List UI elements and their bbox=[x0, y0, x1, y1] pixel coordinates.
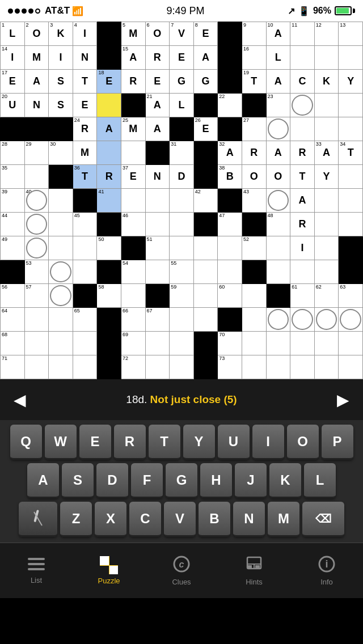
cell-4-3[interactable]: S bbox=[49, 94, 73, 117]
key-a[interactable]: A bbox=[27, 463, 59, 498]
cell-3-7[interactable]: E bbox=[145, 70, 170, 94]
cell-12-5[interactable]: 58 bbox=[97, 284, 121, 308]
cell-5-9[interactable]: 26E bbox=[193, 117, 218, 141]
key-n[interactable]: N bbox=[233, 502, 265, 537]
cell-7-6[interactable]: 37E bbox=[121, 165, 145, 189]
cell-4-13[interactable] bbox=[290, 94, 315, 117]
cell-8-13[interactable]: A bbox=[290, 189, 315, 213]
cell-3-1[interactable]: 17E bbox=[1, 70, 25, 94]
key-k[interactable]: K bbox=[269, 463, 301, 498]
cell-2-15[interactable] bbox=[339, 46, 363, 70]
prev-clue-button[interactable]: ◀ bbox=[6, 391, 34, 409]
cell-1-15[interactable]: 13 bbox=[339, 22, 363, 46]
cell-12-13[interactable]: 61 bbox=[290, 284, 315, 308]
cell-3-15[interactable]: Y bbox=[339, 70, 363, 94]
cell-6-13[interactable]: R bbox=[290, 141, 315, 165]
cell-6-6[interactable] bbox=[121, 141, 145, 165]
tab-list[interactable]: List bbox=[0, 557, 73, 584]
cell-15-13[interactable] bbox=[290, 355, 315, 379]
cell-4-2[interactable]: N bbox=[24, 94, 49, 117]
cell-7-13[interactable]: T bbox=[290, 165, 315, 189]
cell-4-14[interactable] bbox=[314, 94, 339, 117]
cell-2-9[interactable]: A bbox=[193, 46, 218, 70]
cell-1-7[interactable]: 6O bbox=[145, 22, 170, 46]
cell-13-9[interactable] bbox=[193, 308, 218, 332]
cell-3-8[interactable]: G bbox=[170, 70, 194, 94]
tab-info[interactable]: i Info bbox=[290, 555, 363, 586]
crossword-table[interactable]: 1L 2O 3K 4I 5M 6O 7V 8E 9 10A 11 12 13 1… bbox=[0, 22, 363, 379]
cell-15-2[interactable] bbox=[24, 355, 49, 379]
cell-6-11[interactable]: R bbox=[242, 141, 266, 165]
cell-9-3[interactable] bbox=[49, 213, 73, 236]
cell-13-4[interactable]: 65 bbox=[73, 308, 97, 332]
cell-8-6[interactable] bbox=[121, 189, 145, 213]
cell-14-1[interactable]: 68 bbox=[1, 332, 25, 355]
cell-2-1[interactable]: 14I bbox=[1, 46, 25, 70]
cell-5-4[interactable]: 24R bbox=[73, 117, 97, 141]
cell-15-11[interactable] bbox=[242, 355, 266, 379]
cell-15-8[interactable] bbox=[170, 355, 194, 379]
cell-8-14[interactable] bbox=[314, 189, 339, 213]
cell-2-11[interactable]: 16 bbox=[242, 46, 266, 70]
cell-3-5[interactable]: 18E bbox=[97, 70, 121, 94]
key-x[interactable]: X bbox=[95, 502, 126, 537]
cell-14-10[interactable]: 70 bbox=[218, 332, 242, 355]
cell-11-6[interactable]: 54 bbox=[121, 260, 145, 284]
cell-10-14[interactable] bbox=[314, 236, 339, 260]
cell-8-3[interactable] bbox=[49, 189, 73, 213]
cell-11-12[interactable] bbox=[266, 260, 290, 284]
cell-15-1[interactable]: 71 bbox=[1, 355, 25, 379]
pencil-key[interactable] bbox=[19, 502, 57, 537]
key-j[interactable]: J bbox=[235, 463, 267, 498]
cell-10-11[interactable]: 52 bbox=[242, 236, 266, 260]
cell-3-11[interactable]: 19T bbox=[242, 70, 266, 94]
cell-6-2[interactable]: 29 bbox=[24, 141, 49, 165]
cell-14-4[interactable] bbox=[73, 332, 97, 355]
backspace-key[interactable]: ⌫ bbox=[302, 502, 344, 537]
cell-14-6[interactable]: 69 bbox=[121, 332, 145, 355]
cell-1-8[interactable]: 7V bbox=[170, 22, 194, 46]
cell-5-11[interactable]: 27 bbox=[242, 117, 266, 141]
cell-8-1[interactable]: 39 bbox=[1, 189, 25, 213]
cell-15-6[interactable]: 72 bbox=[121, 355, 145, 379]
cell-13-8[interactable] bbox=[170, 308, 194, 332]
cell-9-14[interactable] bbox=[314, 213, 339, 236]
cell-3-9[interactable]: G bbox=[193, 70, 218, 94]
tab-puzzle[interactable]: Puzzle bbox=[73, 556, 145, 585]
cell-2-7[interactable]: R bbox=[145, 46, 170, 70]
cell-5-13[interactable] bbox=[290, 117, 315, 141]
cell-13-11[interactable] bbox=[242, 308, 266, 332]
cell-11-7[interactable] bbox=[145, 260, 170, 284]
cell-5-6[interactable]: 25M bbox=[121, 117, 145, 141]
cell-4-1[interactable]: 20U bbox=[1, 94, 25, 117]
key-l[interactable]: L bbox=[304, 463, 336, 498]
cell-4-5-active[interactable] bbox=[97, 94, 121, 117]
cell-5-7[interactable]: A bbox=[145, 117, 170, 141]
cell-8-7[interactable] bbox=[145, 189, 170, 213]
cell-4-12[interactable]: 23 bbox=[266, 94, 290, 117]
cell-13-1[interactable]: 64 bbox=[1, 308, 25, 332]
next-clue-button[interactable]: ▶ bbox=[329, 391, 357, 409]
cell-12-2[interactable]: 57 bbox=[24, 284, 49, 308]
cell-1-11[interactable]: 9 bbox=[242, 22, 266, 46]
key-f[interactable]: F bbox=[131, 463, 163, 498]
cell-2-6[interactable]: 15A bbox=[121, 46, 145, 70]
cell-6-5[interactable] bbox=[97, 141, 121, 165]
cell-13-14[interactable] bbox=[314, 308, 339, 332]
cell-9-13[interactable]: R bbox=[290, 213, 315, 236]
key-p[interactable]: P bbox=[322, 425, 353, 460]
cell-2-13[interactable] bbox=[290, 46, 315, 70]
cell-9-15[interactable] bbox=[339, 213, 363, 236]
key-q[interactable]: Q bbox=[10, 425, 42, 460]
cell-8-9[interactable]: 42 bbox=[193, 189, 218, 213]
cell-11-10[interactable] bbox=[218, 260, 242, 284]
cell-1-13[interactable]: 11 bbox=[290, 22, 315, 46]
cell-15-7[interactable] bbox=[145, 355, 170, 379]
cell-7-5[interactable]: R bbox=[97, 165, 121, 189]
cell-10-8[interactable] bbox=[170, 236, 194, 260]
cell-2-8[interactable]: E bbox=[170, 46, 194, 70]
key-o[interactable]: O bbox=[287, 425, 319, 460]
key-b[interactable]: B bbox=[199, 502, 230, 537]
cell-9-1[interactable]: 44 bbox=[1, 213, 25, 236]
cell-14-11[interactable] bbox=[242, 332, 266, 355]
